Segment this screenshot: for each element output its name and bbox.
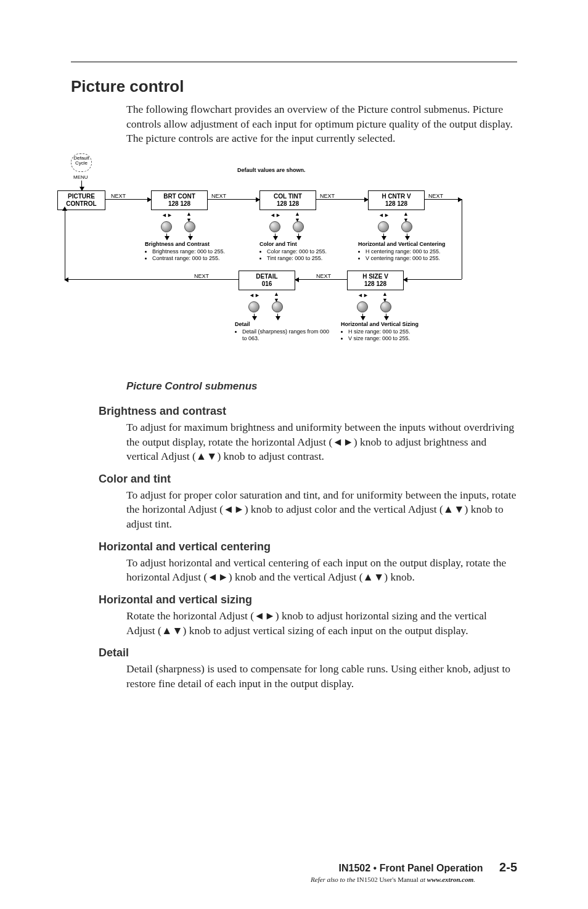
desc-col: Color and Tint Color range: 000 to 255. …: [259, 241, 355, 263]
box-col-tint: COL TINT 128 128: [259, 190, 316, 210]
hsize-l2: 128 128: [364, 280, 386, 287]
knob-h-ctr: [378, 221, 389, 232]
next-2: NEXT: [211, 193, 226, 199]
brt-l1: BRT CONT: [163, 193, 195, 200]
footer-refer-prefix: Refer also to the: [311, 876, 357, 883]
knob-v-ctr: [401, 221, 412, 232]
path-right-down: [462, 199, 462, 279]
desc-ctr-b2: V centering range: 000 to 255.: [365, 255, 481, 262]
knob-v-siz: [380, 301, 391, 312]
lr-icon5: ◄►: [357, 292, 369, 298]
flowchart-caption: Picture Control submenus: [126, 380, 517, 393]
desc-col-title: Color and Tint: [259, 241, 355, 248]
desc-ctr-b1: H centering range: 000 to 255.: [365, 248, 481, 255]
desc-siz: Horizontal and Vertical Sizing H size ra…: [341, 321, 458, 343]
lr-icon4: ◄►: [249, 292, 260, 298]
col-l1: COL TINT: [274, 193, 302, 200]
desc-ctr-title: Horizontal and Vertical Centering: [358, 241, 481, 248]
p-center: To adjust horizontal and vertical center…: [126, 556, 517, 585]
footer-refer-at: at: [419, 876, 427, 883]
arrow-return-h: [65, 279, 239, 280]
glyph-l2: Cycle: [75, 160, 88, 166]
footer-refer-manual: IN1502 User's Manual: [357, 876, 419, 883]
arrow-1: [105, 199, 151, 200]
section-title: Picture control: [71, 77, 517, 96]
top-rule: [71, 62, 517, 62]
footer-product: IN1502: [339, 863, 371, 873]
desc-brt-b2: Contrast range: 000 to 255.: [152, 255, 253, 262]
desc-siz-b2: V size range: 000 to 255.: [348, 335, 458, 342]
heading-center: Horizontal and vertical centering: [99, 540, 517, 553]
arrow-2: [208, 199, 259, 200]
next-4: NEXT: [428, 193, 443, 199]
hcntr-l1: H CNTR V: [382, 193, 410, 200]
knob-h-brt: [161, 221, 172, 232]
heading-brightness: Brightness and contrast: [99, 405, 517, 418]
p-sizing: Rotate the horizontal Adjust (◄►) knob t…: [126, 609, 517, 638]
lr-icon3: ◄►: [378, 212, 390, 218]
knob-det1: [248, 301, 259, 312]
next-1: NEXT: [111, 193, 126, 199]
arrow-4: [425, 199, 462, 200]
menu-label: MENU: [73, 174, 88, 180]
defaults-label: Default values are shown.: [237, 167, 306, 173]
box-detail: DETAIL 016: [239, 271, 295, 290]
knob-h-col: [269, 221, 280, 232]
av8: [277, 314, 278, 320]
box-picture-control-text: PICTURE CONTROL: [66, 193, 96, 207]
av10: [386, 314, 386, 320]
footer: IN1502 • Front Panel Operation 2-5 Refer…: [71, 860, 517, 883]
lr-icon: ◄►: [161, 212, 173, 218]
knob-v-tint: [293, 221, 304, 232]
menu-button-glyph: Default Cycle: [71, 153, 92, 172]
heading-sizing: Horizontal and vertical sizing: [99, 593, 517, 606]
return-vertical: [65, 210, 65, 279]
footer-chapter: Front Panel Operation: [380, 863, 483, 873]
desc-det-title: Detail: [235, 321, 333, 328]
footer-page: 2-5: [486, 860, 517, 874]
desc-col-b1: Color range: 000 to 255.: [267, 248, 355, 255]
flowchart-diagram: Default Cycle MENU Default values are sh…: [71, 153, 517, 375]
desc-col-b2: Tint range: 000 to 255.: [267, 255, 355, 262]
next-3: NEXT: [320, 193, 335, 199]
detail-l1: DETAIL: [256, 273, 277, 280]
desc-det-b1: Detail (sharpness) ranges from 000 to 06…: [242, 328, 333, 343]
next-6: NEXT: [194, 273, 209, 279]
knob-h-siz: [357, 301, 368, 312]
desc-siz-title: Horizontal and Vertical Sizing: [341, 321, 458, 328]
knob-v-cont: [184, 221, 195, 232]
desc-det: Detail Detail (sharpness) ranges from 00…: [235, 321, 333, 343]
p-detail: Detail (sharpness) is used to compensate…: [126, 662, 517, 691]
heading-color: Color and tint: [99, 473, 517, 486]
footer-refer-url: www.extron.com: [427, 876, 473, 883]
box-brt-cont: BRT CONT 128 128: [151, 190, 208, 210]
arrow-into-hsize: [404, 279, 462, 280]
desc-ctr: Horizontal and Vertical Centering H cent…: [358, 241, 481, 263]
arrow-menu-down: [81, 181, 82, 190]
hsize-l1: H SIZE V: [362, 273, 388, 280]
p-brightness: To adjust for maximum brightness and uni…: [126, 420, 517, 464]
arrow-5: [295, 279, 347, 280]
box-hcntr: H CNTR V 128 128: [368, 190, 425, 210]
arrow-3: [316, 199, 368, 200]
av7: [254, 314, 255, 320]
desc-brt: Brightness and Contrast Brightness range…: [145, 241, 253, 263]
hcntr-l2: 128 128: [385, 200, 407, 207]
av1: [166, 234, 167, 240]
av5: [383, 234, 384, 240]
footer-refer-suffix: .: [473, 876, 475, 883]
detail-l2: 016: [262, 280, 272, 287]
av3: [275, 234, 276, 240]
p-color: To adjust for proper color saturation an…: [126, 488, 517, 532]
desc-siz-b1: H size range: 000 to 255.: [348, 328, 458, 335]
lr-icon2: ◄►: [270, 212, 281, 218]
av6: [407, 234, 407, 240]
return-arrowhead-up: [62, 206, 67, 211]
knob-det2: [272, 301, 283, 312]
col-l2: 128 128: [277, 200, 299, 207]
av9: [362, 314, 363, 320]
brt-l2: 128 128: [168, 200, 190, 207]
av4: [298, 234, 299, 240]
av2: [190, 234, 190, 240]
next-5: NEXT: [316, 273, 331, 279]
